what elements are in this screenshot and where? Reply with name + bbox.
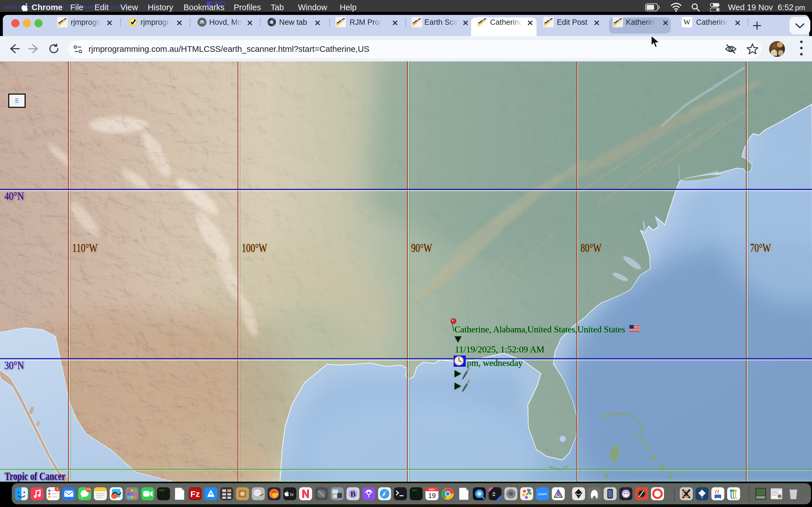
svg-text:110°W: 110°W bbox=[72, 241, 98, 255]
svg-text:Catherine, Alabama,United Stat: Catherine, Alabama,United States,United … bbox=[455, 324, 625, 334]
svg-text:NOV: NOV bbox=[429, 488, 435, 491]
svg-text:Tropic of Cancer: Tropic of Cancer bbox=[4, 470, 65, 482]
svg-text:204: 204 bbox=[86, 488, 91, 491]
svg-text:19: 19 bbox=[428, 492, 436, 499]
svg-text:W: W bbox=[683, 18, 691, 26]
svg-text:exec: exec bbox=[412, 489, 417, 492]
svg-text:70°W: 70°W bbox=[750, 241, 771, 255]
svg-text:pm, wednesday: pm, wednesday bbox=[467, 358, 523, 368]
svg-text:zoom: zoom bbox=[538, 492, 547, 496]
svg-text:B: B bbox=[350, 490, 356, 498]
svg-text:IJ: IJ bbox=[493, 492, 495, 495]
svg-text:Fz: Fz bbox=[190, 489, 200, 499]
svg-text:90°W: 90°W bbox=[411, 241, 432, 255]
svg-text:3: 3 bbox=[56, 487, 58, 491]
svg-text:W: W bbox=[701, 496, 703, 499]
svg-text:EXEC: EXEC bbox=[159, 489, 165, 492]
svg-text:tv: tv bbox=[290, 492, 294, 497]
svg-text:80°W: 80°W bbox=[580, 241, 601, 255]
svg-text:30°N: 30°N bbox=[4, 359, 24, 372]
svg-text:100°W: 100°W bbox=[242, 241, 267, 255]
svg-text:11/19/2025, 1:52:09 AM: 11/19/2025, 1:52:09 AM bbox=[455, 344, 545, 354]
svg-text:40°N: 40°N bbox=[4, 189, 24, 202]
